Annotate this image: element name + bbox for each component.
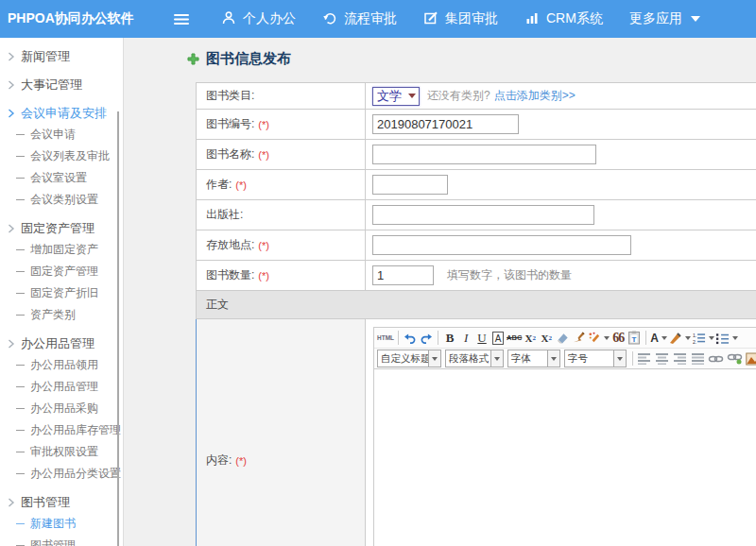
app-logo: PHPOA协同办公软件 [0, 10, 151, 27]
form-row-publisher: 出版社: [197, 200, 756, 230]
form-row-book-name: 图书名称:(*) [197, 140, 756, 170]
sidebar-item-supplies-category[interactable]: 办公用品分类设置 [0, 463, 123, 485]
sidebar-group-office-supplies[interactable]: 办公用品管理 [0, 333, 123, 354]
heading-select[interactable]: 自定义标题 [377, 350, 441, 367]
chevron-right-icon [8, 80, 15, 90]
sidebar-group-books[interactable]: 图书管理 [0, 491, 123, 513]
category-select[interactable]: 文学 [372, 87, 420, 106]
form-row-book-no: 图书编号:(*) [197, 110, 756, 140]
category-hint: 还没有类别? [427, 88, 490, 104]
blockquote-button[interactable]: 66 [610, 330, 626, 347]
sidebar-item-meeting-room[interactable]: 会议室设置 [0, 167, 123, 189]
sidebar-group-events[interactable]: 大事记管理 [0, 74, 123, 95]
nav-personal-office[interactable]: 个人办公 [208, 0, 309, 38]
ordered-list-button[interactable]: 1.2. [692, 330, 714, 347]
author-input[interactable] [372, 175, 448, 195]
form-row-quantity: 图书数量:(*) 填写数字，该图书的数量 [197, 261, 756, 291]
sidebar-item-add-asset[interactable]: 增加固定资产 [0, 239, 123, 261]
sidebar-group-fixed-assets[interactable]: 固定资产管理 [0, 217, 123, 239]
italic-button[interactable]: I [458, 330, 473, 347]
chevron-right-icon [8, 498, 15, 507]
align-center-button[interactable] [654, 350, 669, 367]
align-left-button[interactable] [636, 350, 651, 367]
sidebar-item-book-manage[interactable]: 图书管理 [0, 535, 123, 546]
caret-down-icon [691, 16, 700, 22]
format-brush-button[interactable] [571, 330, 586, 347]
sidebar-item-asset-manage[interactable]: 固定资产管理 [0, 261, 123, 282]
quantity-input[interactable] [372, 265, 434, 285]
svg-text:2.: 2. [693, 338, 696, 344]
editor-toolbar-row1: HTML B I U A ABC X2 X2 [374, 328, 756, 349]
sidebar-item-supplies-purchase[interactable]: 办公用品采购 [0, 398, 123, 419]
top-nav: 个人办公 流程审批 集团审批 CRM系统 更多应用 [208, 0, 713, 38]
book-form: 图书类目: 文学 还没有类别? 点击添加类别>> 图书编号:(*) 图书名称:(… [196, 82, 756, 546]
flow-icon [322, 10, 337, 28]
form-row-author: 作者:(*) [197, 170, 756, 200]
sidebar-item-asset-depreciation[interactable]: 固定资产折旧 [0, 282, 123, 304]
user-icon [221, 10, 236, 28]
sidebar-group-meetings[interactable]: 会议申请及安排 [0, 102, 123, 124]
sidebar-item-supplies-inventory[interactable]: 办公用品库存管理 [0, 419, 123, 441]
rich-text-editor: HTML B I U A ABC X2 X2 [373, 327, 756, 546]
page-title: 图书信息发布 [187, 49, 756, 68]
svg-text:1.: 1. [693, 332, 696, 337]
font-family-select[interactable]: 字体 [507, 350, 560, 367]
sidebar-item-asset-category[interactable]: 资产类别 [0, 304, 123, 326]
sidebar-item-supplies-manage[interactable]: 办公用品管理 [0, 376, 123, 398]
nav-more-apps[interactable]: 更多应用 [616, 0, 713, 38]
chevron-right-icon [8, 224, 15, 233]
redo-button[interactable] [419, 330, 434, 347]
unordered-list-button[interactable] [715, 330, 738, 347]
image-button[interactable] [746, 350, 756, 367]
chevron-right-icon [8, 339, 15, 349]
sidebar-scrollbar[interactable] [117, 111, 119, 546]
highlight-brush-button[interactable] [587, 330, 610, 347]
publisher-input[interactable] [372, 205, 594, 225]
chevron-right-icon [8, 109, 15, 118]
edit-icon [423, 10, 438, 28]
main-content: 图书信息发布 图书类目: 文学 还没有类别? 点击添加类别>> 图书编号:(*) [124, 38, 756, 546]
editor-content-area[interactable] [374, 369, 756, 546]
nav-group-approval[interactable]: 集团审批 [410, 0, 511, 38]
sidebar-item-approval-permission[interactable]: 审批权限设置 [0, 441, 123, 463]
sidebar-item-meeting-category[interactable]: 会议类别设置 [0, 189, 123, 211]
underline-button[interactable]: U [474, 330, 490, 347]
location-input[interactable] [372, 235, 631, 255]
book-no-input[interactable] [372, 114, 519, 134]
link-button[interactable] [708, 350, 724, 367]
sidebar-group-news[interactable]: 新闻管理 [0, 45, 123, 67]
bar-chart-icon [524, 10, 540, 28]
highlight-color-button[interactable] [668, 330, 691, 347]
form-row-location: 存放地点:(*) [197, 230, 756, 261]
superscript-button[interactable]: X2 [523, 330, 538, 347]
svg-text:T: T [632, 335, 637, 344]
book-name-input[interactable] [372, 145, 596, 164]
paste-button[interactable]: T [627, 330, 642, 347]
bold-button[interactable]: B [442, 330, 457, 347]
undo-button[interactable] [403, 330, 418, 347]
strikethrough-button[interactable]: ABC [507, 330, 522, 347]
font-size-select[interactable]: 字号 [564, 350, 627, 367]
align-justify-button[interactable] [690, 350, 705, 367]
subscript-button[interactable]: X2 [539, 330, 554, 347]
sidebar-item-new-book[interactable]: 新建图书 [0, 513, 123, 535]
form-section-body: 正文 [197, 291, 756, 319]
nav-process-approval[interactable]: 流程审批 [309, 0, 410, 38]
hamburger-menu-icon[interactable] [174, 14, 189, 25]
align-right-button[interactable] [672, 350, 687, 367]
sidebar-item-meeting-list[interactable]: 会议列表及审批 [0, 145, 123, 167]
sidebar-item-meeting-apply[interactable]: 会议申请 [0, 124, 123, 145]
sidebar-item-supplies-claim[interactable]: 办公用品领用 [0, 354, 123, 376]
paragraph-select[interactable]: 段落格式 [445, 350, 504, 367]
top-header: PHPOA协同办公软件 个人办公 流程审批 集团审批 CRM系统 更多应用 [0, 0, 756, 38]
chevron-right-icon [8, 52, 15, 61]
source-code-button[interactable]: HTML [377, 330, 394, 347]
form-row-category: 图书类目: 文学 还没有类别? 点击添加类别>> [197, 83, 756, 110]
unlink-button[interactable] [727, 350, 743, 367]
box-a-button[interactable]: A [490, 330, 506, 347]
nav-crm-system[interactable]: CRM系统 [511, 0, 616, 38]
eraser-button[interactable] [555, 330, 570, 347]
font-color-button[interactable]: A [650, 330, 667, 347]
add-category-link[interactable]: 点击添加类别>> [494, 88, 576, 104]
editor-toolbar-row2: 自定义标题 段落格式 字体 字号 [374, 349, 756, 369]
